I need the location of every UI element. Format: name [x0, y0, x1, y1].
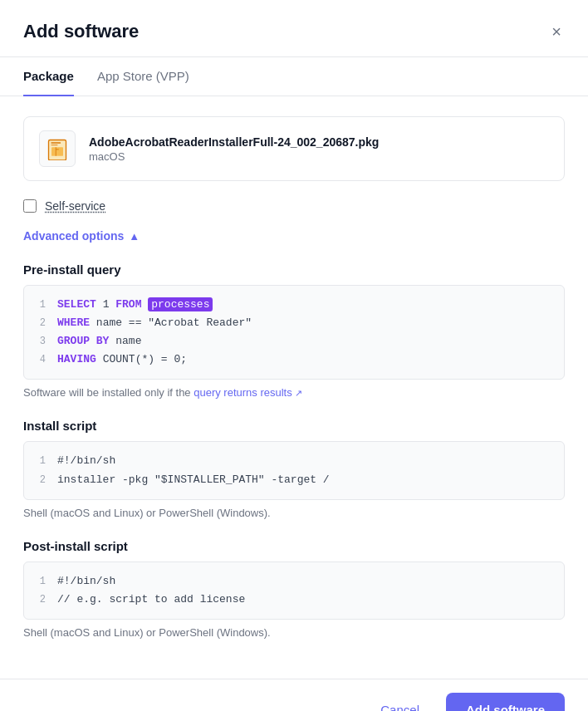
close-button[interactable]: ×: [548, 20, 565, 43]
package-info: AdobeAcrobatReaderInstallerFull-24_002_2…: [89, 135, 379, 163]
advanced-options-label: Advanced options: [23, 229, 124, 243]
query-returns-results-link[interactable]: query returns results ↗: [194, 386, 302, 399]
post-install-script-title: Post-install script: [23, 539, 565, 553]
code-line-4: 4 HAVING COUNT(*) = 0;: [36, 351, 552, 369]
code-line-2: 2 WHERE name == "Acrobat Reader": [36, 314, 552, 332]
post-install-script-section: Post-install script 1 #!/bin/sh 2 // e.g…: [23, 539, 565, 639]
self-service-label[interactable]: Self-service: [45, 199, 105, 213]
package-icon: [39, 130, 76, 167]
tab-app-store[interactable]: App Store (VPP): [97, 57, 189, 96]
tab-package[interactable]: Package: [23, 57, 74, 96]
add-software-button[interactable]: Add software: [446, 693, 565, 711]
install-script-hint: Shell (macOS and Linux) or PowerShell (W…: [23, 507, 565, 519]
dialog-body: AdobeAcrobatReaderInstallerFull-24_002_2…: [0, 96, 588, 679]
install-line-1: 1 #!/bin/sh: [36, 452, 552, 470]
pre-install-query-code[interactable]: 1 SELECT 1 FROM processes 2 WHERE name =…: [23, 285, 565, 380]
tab-bar: Package App Store (VPP): [0, 57, 588, 96]
package-os: macOS: [89, 150, 379, 163]
install-script-title: Install script: [23, 419, 565, 433]
add-software-dialog: Add software × Package App Store (VPP): [0, 0, 588, 711]
post-install-line-1: 1 #!/bin/sh: [36, 572, 552, 591]
external-link-icon: ↗: [295, 388, 302, 398]
chevron-up-icon: ▲: [129, 230, 140, 243]
install-script-code[interactable]: 1 #!/bin/sh 2 installer -pkg "$INSTALLER…: [23, 441, 565, 499]
install-script-section: Install script 1 #!/bin/sh 2 installer -…: [23, 419, 565, 518]
dialog-footer: Cancel Add software: [0, 679, 588, 711]
advanced-options-toggle[interactable]: Advanced options ▲: [23, 229, 140, 243]
cancel-button[interactable]: Cancel: [364, 694, 436, 711]
code-line-1: 1 SELECT 1 FROM processes: [36, 296, 552, 314]
pkg-file-icon: [46, 137, 69, 160]
self-service-checkbox[interactable]: [23, 199, 37, 213]
post-install-script-hint: Shell (macOS and Linux) or PowerShell (W…: [23, 626, 565, 639]
dialog-title: Add software: [23, 21, 139, 42]
pre-install-hint: Software will be installed only if the q…: [23, 386, 565, 399]
install-line-2: 2 installer -pkg "$INSTALLER_PATH" -targ…: [36, 471, 552, 489]
code-line-3: 3 GROUP BY name: [36, 332, 552, 351]
dialog-header: Add software ×: [0, 0, 588, 57]
package-file-name: AdobeAcrobatReaderInstallerFull-24_002_2…: [89, 135, 379, 149]
post-install-line-2: 2 // e.g. script to add license: [36, 591, 552, 609]
self-service-row: Self-service: [23, 199, 565, 213]
post-install-script-code[interactable]: 1 #!/bin/sh 2 // e.g. script to add lice…: [23, 561, 565, 620]
svg-rect-2: [51, 147, 63, 156]
package-card: AdobeAcrobatReaderInstallerFull-24_002_2…: [23, 116, 565, 181]
pre-install-query-title: Pre-install query: [23, 262, 565, 277]
pre-install-query-section: Pre-install query 1 SELECT 1 FROM proces…: [23, 262, 565, 399]
